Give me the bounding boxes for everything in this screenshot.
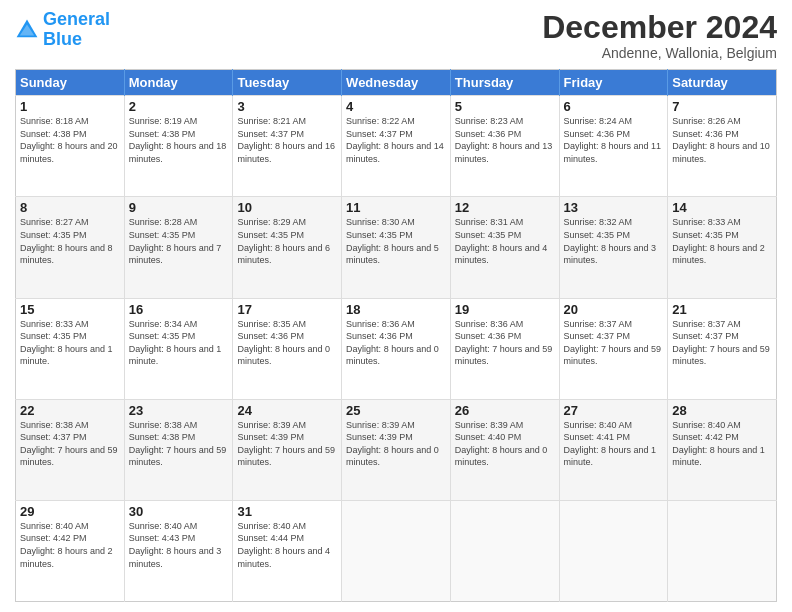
day-number: 20 — [564, 302, 664, 317]
day-header-thursday: Thursday — [450, 70, 559, 96]
day-info: Sunrise: 8:29 AMSunset: 4:35 PMDaylight:… — [237, 216, 337, 266]
day-number: 3 — [237, 99, 337, 114]
day-number: 9 — [129, 200, 229, 215]
logo-line2: Blue — [43, 29, 82, 49]
day-number: 19 — [455, 302, 555, 317]
day-number: 15 — [20, 302, 120, 317]
calendar-cell: 1Sunrise: 8:18 AMSunset: 4:38 PMDaylight… — [16, 96, 125, 197]
calendar-cell: 20Sunrise: 8:37 AMSunset: 4:37 PMDayligh… — [559, 298, 668, 399]
title-block: December 2024 Andenne, Wallonia, Belgium — [542, 10, 777, 61]
day-number: 24 — [237, 403, 337, 418]
day-header-friday: Friday — [559, 70, 668, 96]
day-number: 7 — [672, 99, 772, 114]
calendar-cell — [450, 500, 559, 601]
calendar-cell: 18Sunrise: 8:36 AMSunset: 4:36 PMDayligh… — [342, 298, 451, 399]
day-info: Sunrise: 8:34 AMSunset: 4:35 PMDaylight:… — [129, 318, 229, 368]
calendar-cell: 12Sunrise: 8:31 AMSunset: 4:35 PMDayligh… — [450, 197, 559, 298]
calendar-cell: 15Sunrise: 8:33 AMSunset: 4:35 PMDayligh… — [16, 298, 125, 399]
day-info: Sunrise: 8:19 AMSunset: 4:38 PMDaylight:… — [129, 115, 229, 165]
calendar-cell: 14Sunrise: 8:33 AMSunset: 4:35 PMDayligh… — [668, 197, 777, 298]
day-number: 23 — [129, 403, 229, 418]
calendar-cell: 13Sunrise: 8:32 AMSunset: 4:35 PMDayligh… — [559, 197, 668, 298]
day-info: Sunrise: 8:39 AMSunset: 4:40 PMDaylight:… — [455, 419, 555, 469]
day-info: Sunrise: 8:31 AMSunset: 4:35 PMDaylight:… — [455, 216, 555, 266]
day-number: 26 — [455, 403, 555, 418]
day-header-monday: Monday — [124, 70, 233, 96]
calendar-cell: 10Sunrise: 8:29 AMSunset: 4:35 PMDayligh… — [233, 197, 342, 298]
day-info: Sunrise: 8:40 AMSunset: 4:43 PMDaylight:… — [129, 520, 229, 570]
calendar-week-row: 8Sunrise: 8:27 AMSunset: 4:35 PMDaylight… — [16, 197, 777, 298]
day-info: Sunrise: 8:40 AMSunset: 4:41 PMDaylight:… — [564, 419, 664, 469]
calendar-table: SundayMondayTuesdayWednesdayThursdayFrid… — [15, 69, 777, 602]
day-info: Sunrise: 8:40 AMSunset: 4:44 PMDaylight:… — [237, 520, 337, 570]
day-number: 30 — [129, 504, 229, 519]
logo: General Blue — [15, 10, 110, 50]
calendar-cell: 3Sunrise: 8:21 AMSunset: 4:37 PMDaylight… — [233, 96, 342, 197]
day-number: 28 — [672, 403, 772, 418]
calendar-cell: 24Sunrise: 8:39 AMSunset: 4:39 PMDayligh… — [233, 399, 342, 500]
calendar-cell: 19Sunrise: 8:36 AMSunset: 4:36 PMDayligh… — [450, 298, 559, 399]
calendar-cell: 23Sunrise: 8:38 AMSunset: 4:38 PMDayligh… — [124, 399, 233, 500]
calendar-cell: 17Sunrise: 8:35 AMSunset: 4:36 PMDayligh… — [233, 298, 342, 399]
calendar-cell: 22Sunrise: 8:38 AMSunset: 4:37 PMDayligh… — [16, 399, 125, 500]
day-info: Sunrise: 8:22 AMSunset: 4:37 PMDaylight:… — [346, 115, 446, 165]
day-info: Sunrise: 8:24 AMSunset: 4:36 PMDaylight:… — [564, 115, 664, 165]
day-info: Sunrise: 8:23 AMSunset: 4:36 PMDaylight:… — [455, 115, 555, 165]
calendar-cell: 26Sunrise: 8:39 AMSunset: 4:40 PMDayligh… — [450, 399, 559, 500]
day-number: 12 — [455, 200, 555, 215]
day-number: 29 — [20, 504, 120, 519]
calendar-week-row: 22Sunrise: 8:38 AMSunset: 4:37 PMDayligh… — [16, 399, 777, 500]
day-number: 1 — [20, 99, 120, 114]
calendar-cell: 27Sunrise: 8:40 AMSunset: 4:41 PMDayligh… — [559, 399, 668, 500]
day-number: 18 — [346, 302, 446, 317]
day-header-tuesday: Tuesday — [233, 70, 342, 96]
day-number: 14 — [672, 200, 772, 215]
day-info: Sunrise: 8:36 AMSunset: 4:36 PMDaylight:… — [346, 318, 446, 368]
calendar-cell: 25Sunrise: 8:39 AMSunset: 4:39 PMDayligh… — [342, 399, 451, 500]
day-info: Sunrise: 8:32 AMSunset: 4:35 PMDaylight:… — [564, 216, 664, 266]
day-info: Sunrise: 8:27 AMSunset: 4:35 PMDaylight:… — [20, 216, 120, 266]
day-info: Sunrise: 8:40 AMSunset: 4:42 PMDaylight:… — [672, 419, 772, 469]
calendar-cell: 16Sunrise: 8:34 AMSunset: 4:35 PMDayligh… — [124, 298, 233, 399]
calendar-cell — [342, 500, 451, 601]
day-number: 16 — [129, 302, 229, 317]
day-number: 31 — [237, 504, 337, 519]
calendar-cell: 28Sunrise: 8:40 AMSunset: 4:42 PMDayligh… — [668, 399, 777, 500]
day-number: 10 — [237, 200, 337, 215]
day-info: Sunrise: 8:38 AMSunset: 4:37 PMDaylight:… — [20, 419, 120, 469]
day-info: Sunrise: 8:36 AMSunset: 4:36 PMDaylight:… — [455, 318, 555, 368]
day-number: 5 — [455, 99, 555, 114]
calendar-week-row: 29Sunrise: 8:40 AMSunset: 4:42 PMDayligh… — [16, 500, 777, 601]
day-number: 8 — [20, 200, 120, 215]
day-number: 22 — [20, 403, 120, 418]
day-number: 4 — [346, 99, 446, 114]
day-info: Sunrise: 8:30 AMSunset: 4:35 PMDaylight:… — [346, 216, 446, 266]
calendar-cell: 2Sunrise: 8:19 AMSunset: 4:38 PMDaylight… — [124, 96, 233, 197]
logo-line1: General — [43, 9, 110, 29]
day-info: Sunrise: 8:18 AMSunset: 4:38 PMDaylight:… — [20, 115, 120, 165]
day-info: Sunrise: 8:33 AMSunset: 4:35 PMDaylight:… — [672, 216, 772, 266]
calendar-cell: 31Sunrise: 8:40 AMSunset: 4:44 PMDayligh… — [233, 500, 342, 601]
day-number: 13 — [564, 200, 664, 215]
day-info: Sunrise: 8:35 AMSunset: 4:36 PMDaylight:… — [237, 318, 337, 368]
calendar-cell — [668, 500, 777, 601]
calendar-cell: 11Sunrise: 8:30 AMSunset: 4:35 PMDayligh… — [342, 197, 451, 298]
day-info: Sunrise: 8:28 AMSunset: 4:35 PMDaylight:… — [129, 216, 229, 266]
day-info: Sunrise: 8:40 AMSunset: 4:42 PMDaylight:… — [20, 520, 120, 570]
day-number: 21 — [672, 302, 772, 317]
day-header-saturday: Saturday — [668, 70, 777, 96]
calendar-cell: 9Sunrise: 8:28 AMSunset: 4:35 PMDaylight… — [124, 197, 233, 298]
day-info: Sunrise: 8:37 AMSunset: 4:37 PMDaylight:… — [672, 318, 772, 368]
day-number: 25 — [346, 403, 446, 418]
day-info: Sunrise: 8:21 AMSunset: 4:37 PMDaylight:… — [237, 115, 337, 165]
day-number: 2 — [129, 99, 229, 114]
day-number: 27 — [564, 403, 664, 418]
day-info: Sunrise: 8:26 AMSunset: 4:36 PMDaylight:… — [672, 115, 772, 165]
day-info: Sunrise: 8:39 AMSunset: 4:39 PMDaylight:… — [237, 419, 337, 469]
calendar-week-row: 15Sunrise: 8:33 AMSunset: 4:35 PMDayligh… — [16, 298, 777, 399]
calendar-cell: 29Sunrise: 8:40 AMSunset: 4:42 PMDayligh… — [16, 500, 125, 601]
day-number: 17 — [237, 302, 337, 317]
day-header-sunday: Sunday — [16, 70, 125, 96]
month-title: December 2024 — [542, 10, 777, 45]
calendar-cell: 21Sunrise: 8:37 AMSunset: 4:37 PMDayligh… — [668, 298, 777, 399]
